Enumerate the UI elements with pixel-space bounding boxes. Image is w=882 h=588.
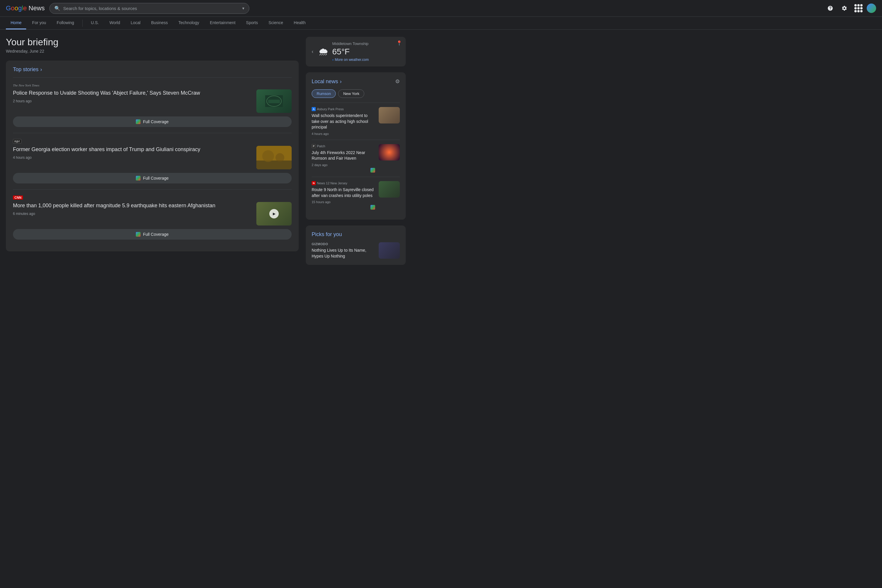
local-story-fireworks-headline[interactable]: July 4th Fireworks 2022 Near Rumson and … [312, 150, 375, 161]
nav-business[interactable]: Business [146, 17, 172, 29]
settings-button[interactable] [838, 2, 850, 14]
header-icons [824, 2, 876, 14]
google-news-logo[interactable]: Google News [6, 4, 45, 12]
search-input[interactable] [63, 6, 239, 11]
apps-button[interactable] [853, 2, 864, 14]
top-stories-card: Top stories › The New York Times Police … [6, 61, 299, 251]
weather-temperature: 65°F [332, 47, 401, 57]
nav-world[interactable]: World [105, 17, 124, 29]
search-dropdown-icon[interactable]: ▾ [242, 6, 244, 10]
nyt-logo: The New York Times [13, 84, 39, 87]
story-georgia-content: Former Georgia election worker shares im… [13, 146, 292, 170]
asbury-park-press-label: Asbury Park Press [317, 107, 344, 111]
play-icon: ▶ [269, 209, 279, 219]
nav-for-you[interactable]: For you [27, 17, 51, 29]
nav-following[interactable]: Following [52, 17, 79, 29]
pick-gizmodo-headline[interactable]: Nothing Lives Up to Its Name, Hypes Up N… [312, 248, 375, 259]
settings-icon [842, 5, 847, 11]
story-georgia-image [256, 146, 292, 170]
georgia-thumbnail-graphic [256, 146, 292, 170]
local-story-route9-source: N News 12 New Jersey [312, 181, 375, 185]
uvalde-full-coverage-btn[interactable]: Full Coverage [13, 116, 292, 127]
nav-local[interactable]: Local [126, 17, 145, 29]
story-uvalde-image [256, 89, 292, 113]
main-nav: Home For you Following U.S. World Local … [0, 17, 882, 30]
nav-science[interactable]: Science [264, 17, 288, 29]
nav-technology[interactable]: Technology [174, 17, 204, 29]
full-coverage-icon [136, 119, 141, 124]
logo-news-text: News [28, 4, 45, 12]
story-uvalde-source: The New York Times [13, 84, 292, 87]
google-news-icon-route9 [370, 205, 375, 210]
story-georgia: npr Former Georgia election worker share… [13, 133, 292, 189]
weather-icon: 🌧 [318, 46, 329, 58]
story-uvalde-headline[interactable]: Police Response to Uvalde Shooting Was '… [13, 89, 252, 97]
tab-rumson[interactable]: Rumson [312, 89, 336, 98]
right-column: ‹ 🌧 Middletown Township 65°F More on wea… [306, 37, 406, 265]
location-pin-icon[interactable]: 📍 [396, 40, 402, 46]
story-georgia-headline[interactable]: Former Georgia election worker shares im… [13, 146, 252, 153]
header: Google News 🔍 ▾ [0, 0, 882, 17]
local-story-route9-time: 15 hours ago [312, 200, 375, 204]
nav-sports[interactable]: Sports [242, 17, 262, 29]
weather-more-link[interactable]: More on weather.com [332, 58, 401, 62]
afghanistan-full-coverage-btn[interactable]: Full Coverage [13, 229, 292, 240]
avatar[interactable] [867, 3, 876, 13]
story-uvalde-time: 2 hours ago [13, 99, 252, 103]
nav-entertainment[interactable]: Entertainment [205, 17, 240, 29]
main-content: Your briefing Wednesday, June 22 Top sto… [0, 30, 412, 272]
story-georgia-text: Former Georgia election worker shares im… [13, 146, 252, 160]
apps-grid-icon [854, 4, 862, 12]
weather-prev-btn[interactable]: ‹ [310, 47, 315, 56]
search-bar[interactable]: 🔍 ▾ [50, 3, 249, 14]
weather-location: Middletown Township [332, 42, 401, 46]
svg-point-6 [276, 153, 284, 162]
left-column: Your briefing Wednesday, June 22 Top sto… [6, 37, 299, 265]
georgia-full-coverage-btn[interactable]: Full Coverage [13, 173, 292, 183]
svg-rect-4 [256, 160, 292, 170]
pick-gizmodo-image [379, 242, 400, 259]
logo-g-letter: Google [6, 4, 27, 12]
local-story-wall-source: A Asbury Park Press [312, 107, 375, 111]
top-stories-label: Top stories [13, 66, 39, 73]
local-news-label: Local news [312, 78, 338, 85]
top-stories-heading[interactable]: Top stories › [13, 66, 292, 73]
story-afghanistan-content: More than 1,000 people killed after magn… [13, 202, 292, 225]
uvalde-full-coverage-label: Full Coverage [143, 119, 168, 124]
fireworks-bottom [312, 168, 375, 172]
npr-logo: npr [13, 139, 21, 144]
filter-icon[interactable]: ⚙ [395, 78, 400, 85]
top-stories-arrow: › [40, 66, 42, 73]
patch-icon: P [312, 144, 316, 148]
location-tabs: Rumson New York [312, 89, 400, 98]
search-icon: 🔍 [54, 6, 60, 11]
patch-label: Patch [317, 144, 325, 148]
weather-info: Middletown Township 65°F More on weather… [332, 42, 401, 62]
picks-card: Picks for you GIZMODO Nothing Lives Up t… [306, 225, 406, 265]
local-story-fireworks: P Patch July 4th Fireworks 2022 Near Rum… [312, 140, 400, 177]
nav-us[interactable]: U.S. [86, 17, 104, 29]
tab-new-york[interactable]: New York [338, 89, 364, 98]
story-afghanistan: CNN More than 1,000 people killed after … [13, 189, 292, 246]
help-button[interactable] [824, 2, 836, 14]
nav-health[interactable]: Health [289, 17, 310, 29]
story-afghanistan-image: ▶ [256, 202, 292, 225]
local-story-wall-text: A Asbury Park Press Wall schools superin… [312, 107, 375, 135]
nav-home[interactable]: Home [6, 17, 26, 29]
story-uvalde-text: Police Response to Uvalde Shooting Was '… [13, 89, 252, 103]
pick-gizmodo-text: GIZMODO Nothing Lives Up to Its Name, Hy… [312, 242, 375, 259]
local-story-wall-image [379, 107, 400, 123]
story-afghanistan-headline[interactable]: More than 1,000 people killed after magn… [13, 202, 252, 209]
picks-title: Picks for you [312, 231, 400, 237]
local-news-arrow: › [340, 78, 342, 85]
georgia-full-coverage-label: Full Coverage [143, 176, 168, 180]
story-afghanistan-source: CNN [13, 195, 292, 200]
local-story-route9-headline[interactable]: Route 9 North in Sayreville closed after… [312, 187, 375, 198]
local-news-title[interactable]: Local news › [312, 78, 342, 85]
story-uvalde: The New York Times Police Response to Uv… [13, 77, 292, 133]
local-story-wall-headline[interactable]: Wall schools superintendent to take over… [312, 113, 375, 130]
story-afghanistan-time: 6 minutes ago [13, 212, 252, 216]
briefing-title: Your briefing [6, 37, 299, 48]
news12-label: News 12 New Jersey [317, 182, 347, 185]
news12-icon: N [312, 181, 316, 185]
